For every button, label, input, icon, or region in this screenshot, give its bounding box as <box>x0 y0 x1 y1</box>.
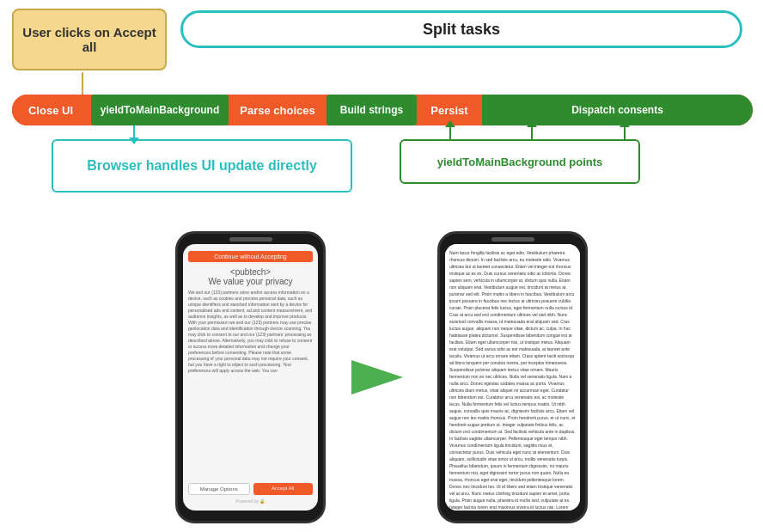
consent-powered: Powered by 🔒 <box>188 498 313 504</box>
yield-points-box: yieldToMainBackground points <box>400 139 640 184</box>
pipe-yield1: yieldToMainBackground <box>91 95 229 125</box>
pipe-close-ui: Close UI <box>12 95 89 125</box>
consent-buttons: Manage Options Accept All <box>188 483 313 495</box>
browser-handles-label: Browser handles UI update directly <box>87 158 317 174</box>
pipe-dispatch: Dispatch consents <box>482 95 753 125</box>
consent-logo: <pubtech> We value your privacy <box>188 267 313 286</box>
arrow-to-browser <box>133 125 135 139</box>
manage-options-button[interactable]: Manage Options <box>188 483 250 495</box>
pipeline-bar: Close UI yieldToMainBackground Parse cho… <box>12 95 753 125</box>
left-phone-screen: Continue without Accepting <pubtech> We … <box>183 244 318 511</box>
accept-all-button[interactable]: Accept All <box>253 483 314 495</box>
left-phone: Continue without Accepting <pubtech> We … <box>175 231 326 523</box>
phone-speaker-right <box>491 237 534 242</box>
phone-speaker-left <box>229 237 272 242</box>
user-clicks-label: User clicks on Accept all <box>14 25 165 54</box>
phones-area: Continue without Accepting <pubtech> We … <box>0 222 763 532</box>
user-clicks-box: User clicks on Accept all <box>12 9 167 70</box>
diagram-area: User clicks on Accept all Split tasks Cl… <box>0 0 763 223</box>
pipe-parse: Parse choices <box>230 95 325 125</box>
right-phone-screen: Nam lacus fringilla facilisis ac eget od… <box>445 244 580 511</box>
consent-header-bar: Continue without Accepting <box>188 251 313 262</box>
right-phone: Nam lacus fringilla facilisis ac eget od… <box>437 231 588 523</box>
yield-points-label: yieldToMainBackground points <box>437 156 603 168</box>
pipe-build: Build strings <box>327 95 417 125</box>
article-screen: Nam lacus fringilla facilisis ac eget od… <box>445 244 580 511</box>
consent-body-text: We and our (123) partners store and/or a… <box>188 290 313 478</box>
split-tasks-pill: Split tasks <box>180 10 742 48</box>
split-tasks-label: Split tasks <box>423 21 500 39</box>
consent-screen: Continue without Accepting <pubtech> We … <box>183 244 318 511</box>
arrow-between-phones <box>351 360 412 394</box>
browser-handles-box: Browser handles UI update directly <box>52 139 352 193</box>
